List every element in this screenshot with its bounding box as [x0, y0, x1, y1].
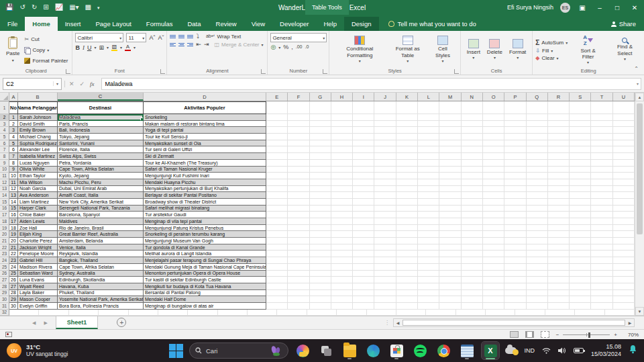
borders-icon[interactable]: ⊞ [99, 44, 104, 51]
empty-cell[interactable] [591, 290, 612, 297]
cell-C8[interactable]: Swiss Alps, Swiss [58, 153, 144, 160]
empty-cell[interactable] [483, 264, 504, 271]
empty-cell[interactable] [548, 167, 570, 173]
empty-cell[interactable] [396, 296, 418, 303]
tab-developer[interactable]: Developer [272, 17, 316, 31]
empty-cell[interactable] [374, 212, 396, 218]
empty-cell[interactable] [504, 121, 526, 128]
column-header-N[interactable]: N [462, 93, 483, 101]
cell-D25[interactable]: Mendaki Gunung Meja di Taman Nasional Ca… [144, 264, 266, 271]
empty-cell[interactable] [462, 160, 483, 167]
cell-A19[interactable]: 18 [9, 225, 18, 232]
empty-cell[interactable] [570, 212, 591, 218]
empty-cell[interactable] [266, 271, 288, 277]
row-header-24[interactable]: 24 [0, 257, 9, 264]
empty-cell[interactable] [418, 264, 439, 271]
orientation-icon[interactable]: ⤵ [196, 33, 199, 40]
empty-cell[interactable] [266, 114, 288, 121]
column-header-I[interactable]: I [353, 93, 374, 101]
empty-cell[interactable] [331, 146, 353, 153]
empty-cell[interactable] [331, 303, 353, 310]
empty-cell[interactable] [591, 296, 612, 303]
cell-A18[interactable]: 17 [9, 218, 18, 225]
empty-cell[interactable] [396, 199, 418, 206]
empty-cell[interactable] [570, 238, 591, 244]
empty-cell[interactable] [418, 167, 439, 173]
save-icon[interactable]: 💾 [5, 4, 13, 11]
insert-function-icon[interactable]: fx [90, 81, 95, 87]
empty-cell[interactable] [331, 225, 353, 232]
empty-cell[interactable] [39, 310, 68, 316]
empty-cell[interactable] [331, 186, 353, 193]
empty-cell[interactable] [353, 140, 374, 147]
font-size-select[interactable]: 11▾ [126, 33, 146, 42]
cell-B4[interactable]: Emily Brown [18, 127, 58, 134]
empty-cell[interactable] [396, 225, 418, 232]
empty-cell[interactable] [591, 134, 612, 140]
cell-D9[interactable]: Tour ke Al-Khazneh (The Treasury) [144, 160, 266, 167]
cell-A2[interactable]: 1 [9, 114, 18, 121]
empty-cell[interactable] [527, 283, 548, 290]
percent-style-icon[interactable]: % [283, 44, 288, 50]
empty-cell[interactable] [591, 244, 612, 251]
empty-cell[interactable] [374, 199, 396, 206]
empty-cell[interactable] [483, 206, 504, 212]
empty-cell[interactable] [527, 140, 548, 147]
empty-cell[interactable] [418, 160, 439, 167]
empty-cell[interactable] [396, 140, 418, 147]
empty-cell[interactable] [396, 101, 418, 114]
empty-cell[interactable] [570, 244, 591, 251]
empty-cell[interactable] [462, 290, 483, 297]
empty-cell[interactable] [504, 192, 526, 199]
empty-cell[interactable] [439, 225, 461, 232]
empty-cell[interactable] [462, 218, 483, 225]
empty-cell[interactable] [439, 283, 461, 290]
alignment-dialog-launcher[interactable] [261, 69, 266, 74]
align-right-icon[interactable] [187, 43, 193, 46]
row-header-10[interactable]: 10 [0, 167, 9, 173]
cell-D22[interactable]: Tur gondola di Kanal Grande [144, 244, 266, 251]
empty-cell[interactable] [591, 146, 612, 153]
empty-cell[interactable] [374, 173, 396, 179]
row-header-23[interactable]: 23 [0, 251, 9, 257]
empty-cell[interactable] [307, 310, 337, 316]
row-header-3[interactable]: 3 [0, 121, 9, 128]
cell-C7[interactable]: Florence, Italia [58, 146, 144, 153]
empty-cell[interactable] [288, 206, 309, 212]
align-bottom-icon[interactable] [187, 35, 193, 38]
cell-D4[interactable]: Yoga di tepi pantai [144, 127, 266, 134]
cell-C13[interactable]: Dubai, Uni Emirat Arab [58, 186, 144, 193]
empty-cell[interactable] [331, 101, 353, 114]
empty-cell[interactable] [527, 134, 548, 140]
empty-cell[interactable] [266, 186, 288, 193]
cell-A23[interactable]: 22 [9, 251, 18, 257]
cell-C20[interactable]: Great Barrier Reef, Australia [58, 231, 144, 238]
column-header-O[interactable]: O [483, 93, 504, 101]
empty-cell[interactable] [591, 179, 612, 186]
row-header-13[interactable]: 13 [0, 186, 9, 193]
empty-cell[interactable] [288, 296, 309, 303]
cell-B31[interactable]: Evelyn Griffin [18, 303, 58, 310]
empty-cell[interactable] [266, 251, 288, 257]
empty-cell[interactable] [591, 206, 612, 212]
empty-cell[interactable] [418, 283, 439, 290]
empty-cell[interactable] [331, 173, 353, 179]
formula-bar-expand-icon[interactable]: ▾ [637, 81, 639, 86]
empty-cell[interactable] [310, 277, 331, 283]
empty-cell[interactable] [374, 218, 396, 225]
cell-D26[interactable]: Menonton pertunjukan Opera di Opera Hous… [144, 271, 266, 277]
empty-cell[interactable] [439, 212, 461, 218]
empty-cell[interactable] [483, 225, 504, 232]
empty-cell[interactable] [353, 264, 374, 271]
empty-cell[interactable] [288, 290, 309, 297]
empty-cell[interactable] [331, 134, 353, 140]
empty-cell[interactable] [374, 192, 396, 199]
empty-cell[interactable] [99, 310, 128, 316]
empty-cell[interactable] [418, 218, 439, 225]
empty-cell[interactable] [266, 225, 288, 232]
empty-cell[interactable] [504, 238, 526, 244]
tab-help[interactable]: Help [316, 17, 344, 31]
empty-cell[interactable] [374, 127, 396, 134]
cell-B20[interactable]: Elijah King [18, 231, 58, 238]
empty-cell[interactable] [570, 296, 591, 303]
